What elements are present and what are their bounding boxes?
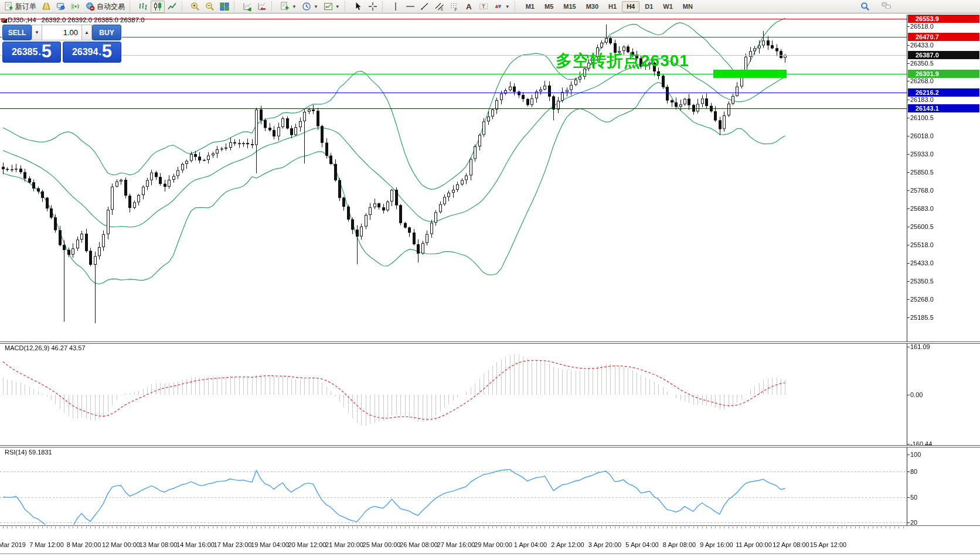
buy-button[interactable]: BUY	[92, 25, 121, 40]
price-axis-tick: 26433.0	[910, 42, 934, 49]
market-watch-button[interactable]	[54, 1, 68, 13]
auto-scroll-icon	[243, 2, 252, 11]
price-axis-dash	[907, 118, 910, 118]
price-axis-tick: 25768.0	[910, 187, 934, 194]
macd-label: MACD(12,26,9) 46.27 43.57	[5, 344, 86, 351]
templates-button[interactable]: ▼	[321, 1, 342, 13]
dropdown-caret-icon: ▼	[335, 4, 340, 9]
signals-button[interactable]	[69, 1, 83, 13]
price-axis-tick: 26100.5	[910, 114, 934, 121]
sell-price-box[interactable]: 26385.5	[2, 42, 61, 63]
price-axis-dash	[907, 136, 910, 136]
profiles-button[interactable]	[39, 1, 53, 13]
volume-increase-button[interactable]: ▲	[81, 25, 92, 40]
search-button[interactable]	[858, 1, 872, 13]
hline-resistance-line-lower[interactable]	[0, 37, 907, 37]
chart-canvas[interactable]	[0, 0, 980, 557]
timeframe-w1-button[interactable]: W1	[658, 1, 678, 12]
fibonacci-button[interactable]: F	[447, 1, 461, 13]
indicators-icon	[280, 2, 290, 11]
timeframe-m30-button[interactable]: M30	[581, 1, 603, 12]
timeframe-h4-button[interactable]: H4	[622, 1, 639, 12]
price-axis-tick: 26518.0	[910, 23, 934, 30]
toolbar-separator	[271, 2, 275, 12]
timeframe-m15-button[interactable]: M15	[559, 1, 580, 12]
search-icon	[860, 2, 870, 11]
hline-support-line-lower[interactable]	[0, 108, 907, 109]
cursor-button[interactable]	[351, 1, 365, 13]
zoom-out-button[interactable]	[203, 1, 217, 13]
new-order-button[interactable]: 新订单	[2, 1, 39, 13]
buy-price-box[interactable]: 26394.5	[63, 42, 121, 63]
price-axis-tick: 26268.0	[910, 77, 934, 84]
buy-price: 26394	[72, 43, 98, 61]
price-axis-dash	[907, 227, 910, 227]
rsi-axis-dash	[907, 522, 910, 523]
pane-separator-rsi[interactable]	[0, 445, 980, 447]
shapes-button[interactable]: ▼	[491, 1, 512, 13]
timeframe-d1-button[interactable]: D1	[640, 1, 658, 12]
candlestick-icon	[153, 2, 162, 11]
rsi-axis-dash	[907, 455, 910, 455]
indicators-button[interactable]: ▼	[278, 1, 299, 13]
timeframe-mn-button[interactable]: MN	[678, 1, 697, 12]
horizontal-line-button[interactable]	[403, 1, 417, 13]
price-badge-26553.9: 26553.9	[908, 15, 979, 23]
price-axis-tick: 25350.5	[910, 278, 934, 285]
pane-separator-macd[interactable]	[0, 341, 980, 344]
rsi-axis-dash	[907, 471, 910, 472]
timeframe-h1-button[interactable]: H1	[604, 1, 621, 12]
chart-title: DJ30-,H4 26392.0 26392.0 26385.0 26387.0	[8, 16, 145, 23]
svg-text:T: T	[482, 4, 485, 9]
price-axis-dash	[907, 100, 910, 100]
hline-current-price-line[interactable]	[0, 55, 907, 56]
price-axis-tick: 25683.0	[910, 205, 934, 212]
price-axis-tick: 25185.5	[910, 314, 934, 321]
periods-button[interactable]: ▼	[300, 1, 321, 13]
timeframe-m5-button[interactable]: M5	[540, 1, 558, 12]
trendline-button[interactable]	[418, 1, 432, 13]
macd-axis-tick: 161.09	[910, 343, 930, 350]
chart-icon[interactable]	[1, 17, 8, 23]
bar-chart-button[interactable]	[136, 1, 150, 13]
zoom-in-button[interactable]	[188, 1, 202, 13]
vertical-line-icon	[391, 2, 400, 11]
auto-scroll-button[interactable]	[240, 1, 254, 13]
volume-input[interactable]	[42, 25, 81, 40]
line-chart-button[interactable]	[165, 1, 179, 13]
crosshair-button[interactable]	[366, 1, 380, 13]
hline-support-line-upper[interactable]	[0, 93, 907, 93]
autotrading-button[interactable]: 自动交易	[83, 1, 127, 13]
price-axis-dash	[907, 263, 910, 264]
price-axis-line	[907, 15, 907, 526]
channel-button[interactable]: E	[433, 1, 447, 13]
autotrading-button-label: 自动交易	[97, 2, 125, 12]
autotrading-icon	[86, 2, 95, 11]
mt4-window: 新订单自动交易▼▼▼EFAT▼M1M5M15M30H1H4D1W1MN 2651…	[0, 0, 980, 557]
chart-annotation-text[interactable]: 多空转折点26301	[556, 50, 689, 72]
price-axis-tick: 25600.5	[910, 223, 934, 230]
volume-decrease-button[interactable]: ▼	[32, 25, 42, 40]
zoom-out-icon	[205, 2, 215, 11]
buy-price-fraction: 5	[102, 42, 112, 61]
community-icon	[882, 2, 891, 11]
one-click-trading-panel: SELL ▼ ▲ BUY 26385.5 26394.5	[2, 24, 122, 63]
sell-button[interactable]: SELL	[2, 25, 32, 40]
pivot-highlight-rectangle[interactable]	[713, 70, 787, 78]
chart-shift-icon	[257, 2, 267, 11]
price-axis-tick: 26183.0	[910, 96, 934, 103]
community-button[interactable]	[879, 1, 893, 13]
timeframe-m1-button[interactable]: M1	[521, 1, 539, 12]
templates-icon	[324, 2, 333, 11]
price-axis-dash	[907, 81, 910, 81]
price-badge-26143.1: 26143.1	[908, 104, 979, 112]
text-label-button[interactable]: T	[477, 1, 491, 13]
price-axis-tick: 25268.0	[910, 296, 934, 303]
vertical-line-button[interactable]	[389, 1, 403, 13]
time-axis-line	[0, 525, 980, 526]
candlestick-chart-button[interactable]	[151, 1, 165, 13]
tile-windows-button[interactable]	[217, 1, 232, 13]
svg-text:A: A	[466, 2, 472, 11]
text-button[interactable]: A	[462, 1, 476, 13]
chart-shift-button[interactable]	[255, 1, 269, 13]
